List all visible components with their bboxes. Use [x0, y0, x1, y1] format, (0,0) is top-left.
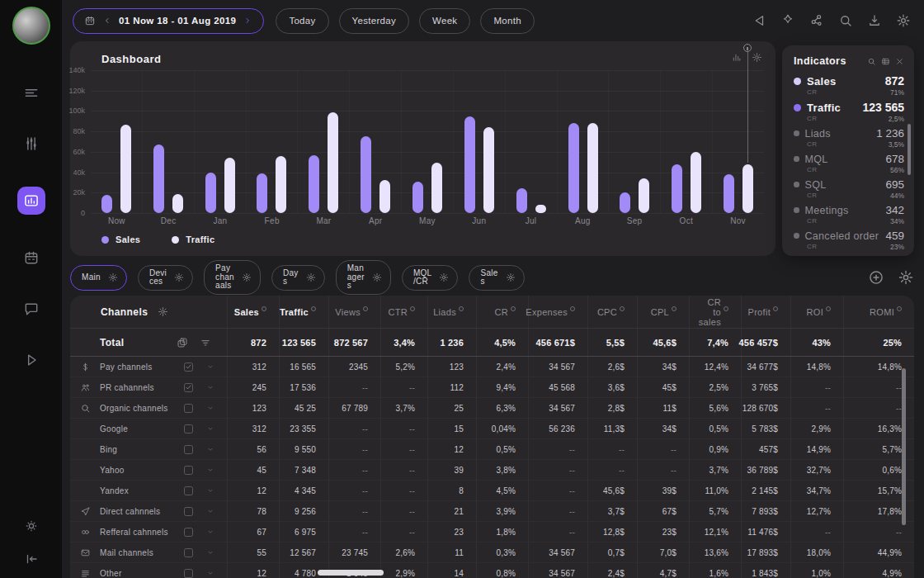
column-header-romi[interactable]: ROMI — [843, 296, 914, 328]
table-vertical-scrollbar[interactable] — [902, 368, 906, 525]
column-header-liads[interactable]: Liads — [427, 296, 476, 328]
x-axis-label: Sep — [609, 216, 661, 225]
annotation-marker[interactable] — [743, 44, 752, 52]
gear-icon[interactable] — [108, 272, 118, 282]
share-icon[interactable] — [809, 13, 824, 28]
row-checkbox[interactable] — [184, 424, 193, 434]
indicator-item[interactable]: SQL695CR44% — [794, 178, 904, 200]
column-header-cr[interactable]: CR — [476, 296, 528, 328]
row-checkbox[interactable] — [184, 383, 193, 392]
indicator-item[interactable]: Canceled order459CR23% — [794, 230, 904, 251]
calendar-icon[interactable] — [23, 249, 40, 266]
chevron-down-icon[interactable] — [206, 466, 214, 474]
legend-traffic[interactable]: Traffic — [172, 235, 214, 244]
chevron-down-icon[interactable] — [206, 528, 214, 536]
filter-chip-man-ager-s[interactable]: Man ager s — [336, 260, 391, 295]
filter-chip-day-s[interactable]: Day s — [271, 265, 325, 291]
column-header-cr[interactable]: CR to sales — [689, 296, 741, 328]
settings-icon[interactable] — [898, 269, 914, 286]
range-today-button[interactable]: Today — [276, 8, 328, 34]
filter-chip-devi-ces[interactable]: Devi ces — [138, 265, 193, 291]
sparkle-icon[interactable] — [780, 13, 795, 28]
column-header-cpl[interactable]: CPL — [637, 296, 689, 328]
avatar[interactable] — [12, 7, 50, 45]
collapse-sidebar-icon[interactable] — [24, 552, 39, 566]
gear-icon[interactable] — [439, 272, 449, 282]
indicator-name: Liads — [805, 128, 831, 140]
chevron-down-icon[interactable] — [206, 383, 214, 391]
row-checkbox[interactable] — [184, 445, 193, 454]
settings-icon[interactable] — [896, 13, 911, 28]
filter-icon[interactable] — [200, 337, 211, 348]
column-header-roi[interactable]: ROI — [790, 296, 843, 328]
row-checkbox[interactable] — [184, 466, 193, 475]
indicator-item[interactable]: Traffic123 565CR2,5% — [794, 101, 904, 123]
row-checkbox[interactable] — [184, 404, 193, 413]
traffic-bar — [224, 158, 235, 213]
column-header-expenses[interactable]: Expenses — [528, 296, 587, 328]
gear-icon[interactable] — [506, 272, 516, 282]
chevron-down-icon[interactable] — [206, 548, 214, 557]
search-icon[interactable] — [867, 57, 876, 66]
grid-icon[interactable] — [881, 57, 890, 66]
date-range-picker[interactable]: 01 Now 18 - 01 Aug 2019 — [73, 8, 264, 34]
row-checkbox[interactable] — [184, 507, 193, 516]
chevron-down-icon[interactable] — [206, 507, 214, 515]
chevron-down-icon[interactable] — [206, 445, 214, 453]
filter-chip-main[interactable]: Main — [70, 265, 127, 291]
indicator-item[interactable]: MQL678CR56% — [794, 153, 904, 174]
indicator-item[interactable]: Pending order342CR — [794, 255, 904, 256]
range-month-button[interactable]: Month — [480, 8, 534, 34]
plus-circle-icon[interactable] — [868, 269, 884, 286]
row-checkbox[interactable] — [184, 528, 193, 537]
channels-settings-icon[interactable] — [158, 306, 168, 317]
filter-chip-pay-chan-aals[interactable]: Pay chan aals — [204, 260, 261, 295]
chevron-down-icon[interactable] — [206, 569, 214, 577]
column-header-views[interactable]: Views — [328, 296, 380, 328]
play-icon[interactable] — [23, 352, 40, 368]
indicator-item[interactable]: Sales872CR71% — [794, 74, 904, 97]
legend-sales[interactable]: Sales — [101, 235, 140, 244]
gear-icon[interactable] — [242, 272, 252, 282]
row-checkbox[interactable] — [184, 569, 193, 578]
chart-settings-icon[interactable] — [752, 52, 762, 63]
indicator-item[interactable]: Meetings342CR34% — [794, 204, 904, 225]
chevron-down-icon[interactable] — [206, 424, 214, 433]
annotation-pin[interactable] — [747, 49, 748, 163]
download-icon[interactable] — [867, 13, 882, 28]
gear-icon[interactable] — [372, 272, 382, 282]
filter-sliders-icon[interactable] — [23, 135, 40, 152]
column-header-traffic[interactable]: Traffic — [279, 296, 328, 328]
row-checkbox[interactable] — [184, 486, 193, 495]
chart-type-icon[interactable] — [731, 52, 742, 63]
gear-icon[interactable] — [306, 272, 316, 282]
brightness-icon[interactable] — [24, 519, 39, 533]
menu-icon[interactable] — [23, 84, 40, 101]
column-header-cpc[interactable]: CPC — [587, 296, 637, 328]
chat-icon[interactable] — [23, 301, 40, 317]
column-header-ctr[interactable]: CTR — [380, 296, 427, 328]
chevron-down-icon[interactable] — [206, 486, 214, 495]
column-header-profit[interactable]: Profit — [741, 296, 790, 328]
filter-chip-mql-/cr[interactable]: MQL /CR — [402, 265, 459, 291]
indicators-scrollbar[interactable] — [908, 124, 911, 175]
gear-icon[interactable] — [174, 272, 184, 282]
chevron-down-icon[interactable] — [206, 362, 214, 371]
close-icon[interactable] — [895, 57, 904, 66]
range-week-button[interactable]: Week — [419, 8, 470, 34]
range-yesterday-button[interactable]: Yesterday — [339, 8, 409, 34]
filter-chip-sale-s[interactable]: Sale s — [469, 265, 524, 291]
y-axis-tick: 60k — [73, 148, 85, 156]
chevron-down-icon[interactable] — [206, 404, 214, 412]
list-icon — [79, 568, 91, 578]
search-icon[interactable] — [838, 13, 853, 28]
row-checkbox[interactable] — [184, 548, 193, 557]
indicator-item[interactable]: Liads1 236CR3,5% — [794, 127, 904, 149]
layers-icon[interactable] — [177, 337, 188, 348]
table-horizontal-scrollbar[interactable] — [318, 570, 384, 576]
row-checkbox[interactable] — [184, 362, 193, 372]
send-icon[interactable] — [752, 13, 766, 28]
sidebar-item-dashboard[interactable] — [17, 187, 45, 215]
column-header-sales[interactable]: Sales — [227, 296, 279, 328]
channel-cell: Organic channels — [70, 398, 227, 418]
